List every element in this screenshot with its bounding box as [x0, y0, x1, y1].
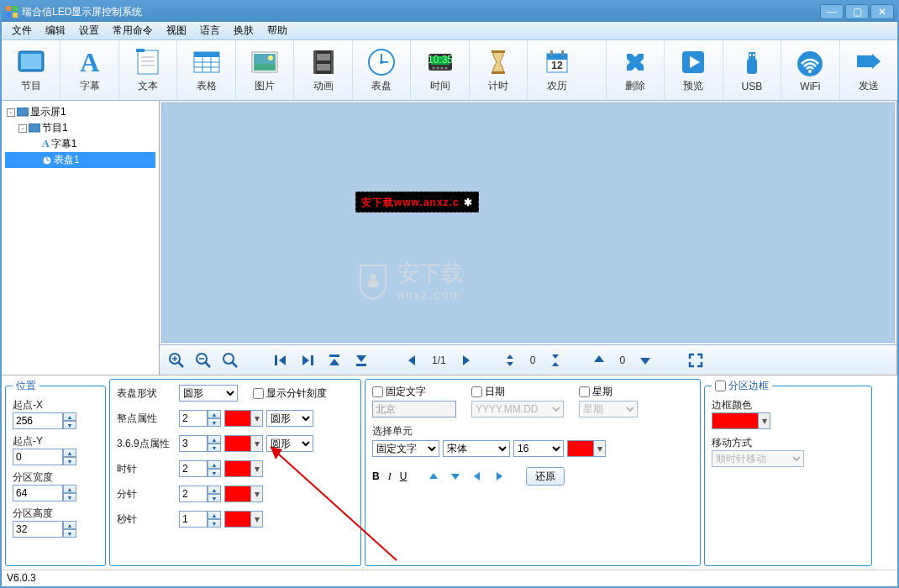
spin-down[interactable]: ▼ — [63, 421, 76, 429]
svg-rect-47 — [749, 54, 751, 56]
preview-canvas[interactable]: 安下载www.anxz.c ✱ 安下载anxz.com — [161, 102, 895, 343]
text-color[interactable]: ▾ — [567, 440, 606, 457]
expand-v-icon[interactable] — [498, 349, 522, 371]
dial-shape-select[interactable]: 圆形 — [179, 385, 238, 402]
fullscreen-icon[interactable] — [684, 349, 707, 371]
tool-program[interactable]: 节目 — [2, 40, 60, 100]
move-up-icon[interactable] — [423, 467, 444, 486]
menubar: 文件 编辑 设置 常用命令 视图 语言 换肤 帮助 — [2, 22, 897, 40]
first-icon[interactable] — [269, 349, 292, 371]
hour-color[interactable]: ▾ — [224, 460, 263, 477]
menu-view[interactable]: 视图 — [160, 22, 193, 39]
zoom-reset-icon[interactable] — [218, 349, 242, 371]
tick-checkbox[interactable] — [253, 388, 264, 399]
menu-settings[interactable]: 设置 — [72, 22, 106, 39]
move-right-icon[interactable] — [489, 467, 509, 486]
border-fieldset: 分区边框 边框颜色 ▾ 移动方式 顺时针移动 — [704, 379, 872, 566]
font-select[interactable]: 宋体 — [443, 440, 510, 457]
last-icon[interactable] — [296, 349, 319, 371]
dot-num[interactable] — [179, 410, 208, 427]
dot369-color[interactable]: ▾ — [224, 435, 263, 452]
tree-panel: - 显示屏1 - 节目1 A 字幕1 表盘1 — [2, 101, 160, 375]
tree-dial[interactable]: 表盘1 — [5, 152, 155, 168]
unit-select[interactable]: 固定文字 — [372, 440, 439, 457]
svg-text:10:35: 10:35 — [428, 54, 453, 66]
svg-point-34 — [436, 67, 439, 70]
border-chk[interactable] — [715, 381, 726, 391]
italic-button[interactable]: I — [388, 470, 392, 483]
tree-screen[interactable]: - 显示屏1 — [5, 104, 155, 120]
zoom-in-icon[interactable] — [165, 349, 188, 371]
led-text: 安下载www.anxz.c ✱ — [355, 192, 479, 213]
pos-x-input[interactable] — [13, 412, 63, 429]
tool-dial[interactable]: 表盘 — [352, 40, 410, 100]
tool-animation[interactable]: 动画 — [293, 40, 351, 100]
tree-program[interactable]: - 节目1 — [5, 120, 155, 136]
tool-wifi[interactable]: WiFi — [781, 40, 839, 100]
tree-subtitle[interactable]: A 字幕1 — [5, 136, 155, 152]
size-select[interactable]: 16 — [513, 440, 564, 457]
week-chk[interactable] — [579, 386, 590, 397]
min-num[interactable] — [179, 486, 208, 502]
fixed-text-chk[interactable] — [372, 386, 383, 397]
watermark: 安下载anxz.com — [355, 259, 463, 302]
pos-y-input[interactable] — [13, 449, 63, 465]
underline-button[interactable]: U — [400, 470, 407, 483]
menu-common[interactable]: 常用命令 — [106, 22, 160, 39]
move-down-icon[interactable] — [445, 467, 465, 486]
top-icon[interactable] — [323, 349, 346, 371]
maximize-button[interactable]: ▢ — [845, 4, 869, 19]
sec-color[interactable]: ▾ — [224, 511, 263, 528]
spin-up[interactable]: ▲ — [63, 412, 76, 421]
tool-table[interactable]: 表格 — [176, 40, 234, 100]
menu-skin[interactable]: 换肤 — [227, 22, 260, 39]
tool-usb[interactable]: USB — [723, 40, 781, 100]
bold-button[interactable]: B — [372, 470, 380, 483]
dot369-shape[interactable]: 圆形 — [266, 435, 313, 452]
tool-image[interactable]: 图片 — [235, 40, 293, 100]
tool-text[interactable]: 文本 — [118, 40, 176, 100]
bottom-icon[interactable] — [350, 349, 373, 371]
pos-w-input[interactable] — [13, 485, 63, 501]
svg-rect-68 — [275, 355, 277, 365]
tool-time[interactable]: 10:35时间 — [410, 40, 468, 100]
zoom-out-icon[interactable] — [192, 349, 215, 371]
close-button[interactable]: ✕ — [870, 4, 894, 19]
svg-rect-12 — [194, 52, 219, 57]
move-left-icon[interactable] — [467, 467, 487, 486]
dot-shape[interactable]: 圆形 — [266, 410, 313, 427]
svg-rect-24 — [313, 50, 316, 74]
tool-lunar[interactable]: 12农历 — [527, 40, 585, 100]
position-fieldset: 位置 起点-X ▲▼ 起点-Y ▲▼ 分区宽度 ▲▼ 分区高度 ▲▼ — [5, 379, 106, 566]
dot369-num[interactable] — [179, 435, 208, 452]
next-icon[interactable] — [455, 349, 478, 371]
up-icon[interactable] — [587, 349, 611, 371]
down-icon[interactable] — [634, 349, 657, 371]
svg-rect-70 — [329, 354, 339, 357]
minimize-button[interactable]: — — [820, 4, 844, 19]
app-title: 瑞合信LED显示屏控制系统 — [22, 5, 820, 19]
dot-color[interactable]: ▾ — [224, 410, 263, 427]
date-chk[interactable] — [471, 386, 482, 397]
hour-num[interactable] — [179, 460, 208, 477]
pos-h-input[interactable] — [13, 521, 63, 538]
tool-delete[interactable]: 删除 — [606, 40, 664, 100]
menu-language[interactable]: 语言 — [193, 22, 227, 39]
menu-help[interactable]: 帮助 — [260, 22, 294, 39]
min-color[interactable]: ▾ — [224, 486, 263, 502]
tool-send[interactable]: 发送 — [839, 40, 897, 100]
position-legend: 位置 — [13, 379, 39, 393]
menu-file[interactable]: 文件 — [5, 22, 39, 39]
svg-rect-48 — [753, 54, 754, 56]
svg-rect-58 — [368, 281, 378, 287]
prev-icon[interactable] — [400, 349, 423, 371]
tool-subtitle[interactable]: A字幕 — [60, 40, 118, 100]
sec-num[interactable] — [179, 511, 208, 528]
nav-val1: 0 — [525, 354, 541, 366]
tool-preview[interactable]: 预览 — [664, 40, 722, 100]
preview-navbar: 1/1 0 0 — [160, 344, 896, 375]
menu-edit[interactable]: 编辑 — [39, 22, 72, 39]
tool-timer[interactable]: 计时 — [469, 40, 527, 100]
collapse-v-icon[interactable] — [544, 349, 567, 371]
restore-button[interactable]: 还原 — [526, 467, 565, 486]
